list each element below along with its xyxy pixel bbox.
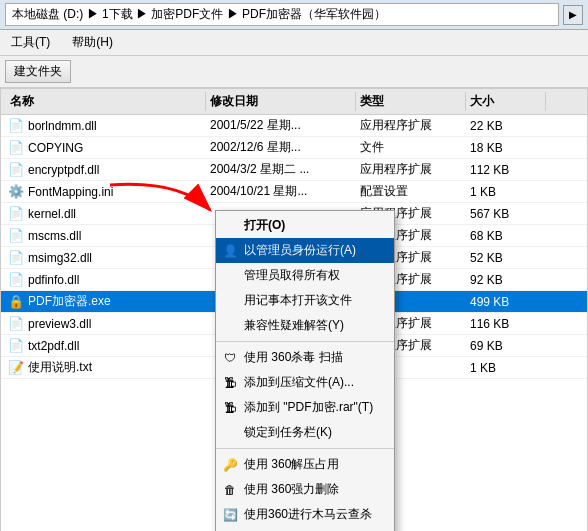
ctx-item-icon: 👤	[222, 243, 238, 259]
file-size-cell: 22 KB	[466, 118, 546, 134]
table-row[interactable]: 📄 COPYING 2002/12/6 星期... 文件 18 KB	[1, 137, 587, 159]
file-name-cell: ⚙️ FontMapping.ini	[6, 183, 206, 201]
file-size-cell: 116 KB	[466, 316, 546, 332]
file-icon: 📄	[8, 250, 24, 266]
file-date-cell: 2002/12/6 星期...	[206, 138, 356, 157]
context-menu-item[interactable]: 🗑使用 360强力删除	[216, 477, 394, 502]
context-menu-item[interactable]: 🔄使用360进行木马云查杀	[216, 502, 394, 527]
file-name-label: msimg32.dll	[28, 251, 92, 265]
ctx-item-label: 打开(O)	[244, 218, 285, 232]
file-type-cell: 应用程序扩展	[356, 116, 466, 135]
file-name-label: mscms.dll	[28, 229, 81, 243]
file-icon: 📝	[8, 360, 24, 376]
file-icon: 📄	[8, 118, 24, 134]
file-icon: 📄	[8, 162, 24, 178]
address-bar: 本地磁盘 (D:) ▶ 1下载 ▶ 加密PDF文件 ▶ PDF加密器（华军软件园…	[5, 3, 583, 26]
file-date-cell: 2004/3/2 星期二 ...	[206, 160, 356, 179]
file-name-cell: 📄 kernel.dll	[6, 205, 206, 223]
file-name-label: 使用说明.txt	[28, 359, 92, 376]
file-type-cell: 文件	[356, 138, 466, 157]
file-size-cell: 18 KB	[466, 140, 546, 156]
ctx-item-icon: 🛡	[222, 350, 238, 366]
file-name-cell: 📄 msimg32.dll	[6, 249, 206, 267]
context-menu-item[interactable]: 打开(O)	[216, 213, 394, 238]
file-name-label: kernel.dll	[28, 207, 76, 221]
menu-bar: 工具(T) 帮助(H)	[0, 30, 588, 56]
file-date-cell: 2001/5/22 星期...	[206, 116, 356, 135]
context-menu[interactable]: 打开(O)👤以管理员身份运行(A)管理员取得所有权用记事本打开该文件兼容性疑难解…	[215, 210, 395, 531]
col-date-header: 修改日期	[206, 92, 356, 111]
menu-tools[interactable]: 工具(T)	[5, 32, 56, 53]
ctx-item-label: 用记事本打开该文件	[244, 293, 352, 307]
ctx-item-label: 使用 360解压占用	[244, 457, 339, 471]
context-menu-item[interactable]: 🗜添加到 "PDF加密.rar"(T)	[216, 395, 394, 420]
nav-forward-button[interactable]: ▶	[563, 5, 583, 25]
file-name-label: encryptpdf.dll	[28, 163, 99, 177]
file-name-cell: 📄 COPYING	[6, 139, 206, 157]
file-name-cell: 📝 使用说明.txt	[6, 358, 206, 377]
file-size-cell: 92 KB	[466, 272, 546, 288]
ctx-item-icon: 🔄	[222, 507, 238, 523]
title-bar: 本地磁盘 (D:) ▶ 1下载 ▶ 加密PDF文件 ▶ PDF加密器（华军软件园…	[0, 0, 588, 30]
ctx-item-label: 使用360进行木马云查杀	[244, 507, 372, 521]
file-icon: 📄	[8, 316, 24, 332]
context-menu-item[interactable]: 👤以管理员身份运行(A)	[216, 238, 394, 263]
breadcrumb[interactable]: 本地磁盘 (D:) ▶ 1下载 ▶ 加密PDF文件 ▶ PDF加密器（华军软件园…	[5, 3, 559, 26]
context-menu-item[interactable]: 🔑使用 360解压占用	[216, 452, 394, 477]
table-row[interactable]: ⚙️ FontMapping.ini 2004/10/21 星期... 配置设置…	[1, 181, 587, 203]
file-size-cell: 69 KB	[466, 338, 546, 354]
ctx-item-icon: 🗜	[222, 400, 238, 416]
table-row[interactable]: 📄 borlndmm.dll 2001/5/22 星期... 应用程序扩展 22…	[1, 115, 587, 137]
file-type-cell: 配置设置	[356, 182, 466, 201]
file-size-cell: 68 KB	[466, 228, 546, 244]
ctx-item-label: 添加到 "PDF加密.rar"(T)	[244, 400, 373, 414]
ctx-item-icon: 🔑	[222, 457, 238, 473]
new-folder-button[interactable]: 建文件夹	[5, 60, 71, 83]
file-name-cell: 📄 mscms.dll	[6, 227, 206, 245]
col-type-header: 类型	[356, 92, 466, 111]
file-name-cell: 📄 encryptpdf.dll	[6, 161, 206, 179]
context-menu-item[interactable]: 🗜添加到压缩文件(A)...	[216, 370, 394, 395]
file-name-cell: 📄 txt2pdf.dll	[6, 337, 206, 355]
file-date-cell: 2004/10/21 星期...	[206, 182, 356, 201]
context-menu-item[interactable]: 兼容性疑难解答(Y)	[216, 313, 394, 338]
file-icon: 📄	[8, 206, 24, 222]
file-name-label: txt2pdf.dll	[28, 339, 79, 353]
file-size-cell: 1 KB	[466, 360, 546, 376]
file-icon: 🔒	[8, 294, 24, 310]
context-menu-item[interactable]: ⚙使用 360管理右键菜单	[216, 527, 394, 531]
context-menu-separator	[216, 341, 394, 342]
context-menu-separator	[216, 448, 394, 449]
file-icon: 📄	[8, 140, 24, 156]
file-size-cell: 52 KB	[466, 250, 546, 266]
file-name-label: borlndmm.dll	[28, 119, 97, 133]
file-list-header: 名称 修改日期 类型 大小	[1, 89, 587, 115]
file-name-cell: 📄 preview3.dll	[6, 315, 206, 333]
table-row[interactable]: 📄 encryptpdf.dll 2004/3/2 星期二 ... 应用程序扩展…	[1, 159, 587, 181]
file-name-label: pdfinfo.dll	[28, 273, 79, 287]
col-name-header: 名称	[6, 92, 206, 111]
ctx-item-label: 添加到压缩文件(A)...	[244, 375, 354, 389]
ctx-item-label: 锁定到任务栏(K)	[244, 425, 332, 439]
toolbar: 建文件夹	[0, 56, 588, 88]
file-size-cell: 567 KB	[466, 206, 546, 222]
ctx-item-icon: 🗜	[222, 375, 238, 391]
ctx-item-label: 使用 360强力删除	[244, 482, 339, 496]
menu-help[interactable]: 帮助(H)	[66, 32, 119, 53]
ctx-item-label: 兼容性疑难解答(Y)	[244, 318, 344, 332]
file-name-label: COPYING	[28, 141, 83, 155]
file-icon: 📄	[8, 338, 24, 354]
file-name-cell: 🔒 PDF加密器.exe	[6, 292, 206, 311]
context-menu-item[interactable]: 锁定到任务栏(K)	[216, 420, 394, 445]
file-name-cell: 📄 borlndmm.dll	[6, 117, 206, 135]
ctx-item-icon: 🗑	[222, 482, 238, 498]
context-menu-item[interactable]: 管理员取得所有权	[216, 263, 394, 288]
file-name-label: FontMapping.ini	[28, 185, 113, 199]
context-menu-item[interactable]: 🛡使用 360杀毒 扫描	[216, 345, 394, 370]
ctx-item-label: 使用 360杀毒 扫描	[244, 350, 343, 364]
file-icon: ⚙️	[8, 184, 24, 200]
context-menu-item[interactable]: 用记事本打开该文件	[216, 288, 394, 313]
file-size-cell: 112 KB	[466, 162, 546, 178]
file-icon: 📄	[8, 228, 24, 244]
file-type-cell: 应用程序扩展	[356, 160, 466, 179]
